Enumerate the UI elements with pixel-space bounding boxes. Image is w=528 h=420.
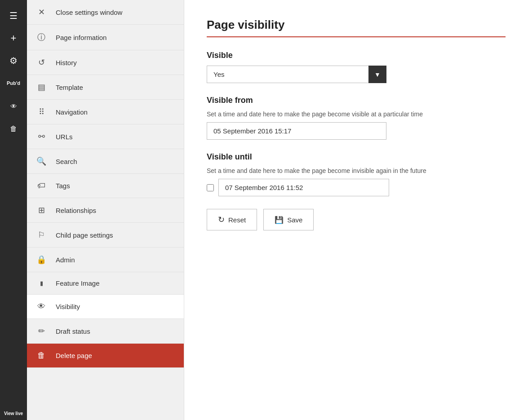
- visible-until-input[interactable]: [218, 179, 389, 196]
- title-divider: [207, 36, 506, 37]
- sidebar-item-feature-image[interactable]: ▮ Feature Image: [27, 272, 184, 295]
- add-button[interactable]: [0, 27, 27, 49]
- visible-select[interactable]: Yes No: [207, 66, 386, 83]
- child-page-icon: ⚐: [36, 230, 47, 240]
- sidebar-item-history[interactable]: ↺ History: [27, 50, 184, 75]
- image-icon: ▮: [36, 280, 47, 287]
- lock-icon: 🔒: [36, 255, 47, 265]
- draft-icon: ✏: [36, 326, 47, 336]
- main-content: Page visibility Visible Yes No ▼ Visible…: [184, 0, 528, 420]
- sidebar-item-navigation[interactable]: ⠿ Navigation: [27, 100, 184, 124]
- visible-from-description: Set a time and date here to make the pag…: [207, 111, 506, 118]
- visible-group: Visible Yes No ▼: [207, 51, 506, 83]
- save-icon: [275, 215, 284, 225]
- relationships-icon: ⊞: [36, 205, 47, 215]
- visible-until-row: [207, 179, 506, 196]
- toolbar: Pub'd View live: [0, 0, 27, 420]
- action-buttons: Reset Save: [207, 209, 506, 230]
- info-icon: ⓘ: [36, 32, 47, 43]
- sidebar: ✕ Close settings window ⓘ Page informati…: [27, 0, 184, 420]
- gear-icon: [9, 55, 18, 66]
- visible-until-group: Visible until Set a time and date here t…: [207, 152, 506, 196]
- close-icon: ✕: [36, 7, 47, 17]
- visible-label: Visible: [207, 51, 506, 60]
- sidebar-item-child-page-settings[interactable]: ⚐ Child page settings: [27, 223, 184, 248]
- delete-icon: 🗑: [36, 351, 47, 360]
- save-button[interactable]: Save: [263, 209, 314, 230]
- visibility-icon: 👁: [36, 302, 47, 311]
- settings-button[interactable]: [0, 49, 27, 72]
- sidebar-item-admin[interactable]: 🔒 Admin: [27, 248, 184, 272]
- sidebar-item-tags[interactable]: 🏷 Tags: [27, 174, 184, 198]
- visible-until-description: Set a time and date here to make the pag…: [207, 167, 506, 174]
- sidebar-item-template[interactable]: ▤ Template: [27, 75, 184, 100]
- visible-until-label: Visible until: [207, 152, 506, 162]
- navigation-icon: ⠿: [36, 107, 47, 117]
- visible-from-group: Visible from Set a time and date here to…: [207, 96, 506, 140]
- sidebar-item-urls[interactable]: ⚯ URLs: [27, 124, 184, 149]
- sidebar-item-page-information[interactable]: ⓘ Page information: [27, 25, 184, 50]
- search-icon: 🔍: [36, 156, 47, 166]
- sidebar-delete-page[interactable]: 🗑 Delete page: [27, 344, 184, 368]
- menu-button[interactable]: [0, 4, 27, 27]
- history-icon: ↺: [36, 57, 47, 67]
- published-label[interactable]: Pub'd: [0, 72, 27, 94]
- sidebar-close-settings[interactable]: ✕ Close settings window: [27, 0, 184, 25]
- sidebar-item-relationships[interactable]: ⊞ Relationships: [27, 198, 184, 223]
- trash-icon: [10, 123, 17, 133]
- reset-icon: [218, 215, 225, 225]
- visible-select-wrapper: Yes No ▼: [207, 66, 386, 83]
- delete-toolbar-button[interactable]: [0, 117, 27, 139]
- url-icon: ⚯: [36, 132, 47, 141]
- visible-from-label: Visible from: [207, 96, 506, 105]
- preview-button[interactable]: [0, 94, 27, 117]
- sidebar-item-search[interactable]: 🔍 Search: [27, 149, 184, 174]
- tag-icon: 🏷: [36, 181, 47, 190]
- sidebar-item-draft-status[interactable]: ✏ Draft status: [27, 319, 184, 344]
- eye-icon: [10, 101, 17, 111]
- sidebar-item-visibility[interactable]: 👁 Visibility: [27, 295, 184, 319]
- visible-from-input[interactable]: [207, 122, 386, 140]
- page-title: Page visibility: [207, 18, 506, 32]
- view-live-button[interactable]: View live: [0, 407, 27, 420]
- reset-button[interactable]: Reset: [207, 209, 257, 230]
- visible-until-checkbox[interactable]: [207, 184, 214, 191]
- template-icon: ▤: [36, 82, 47, 92]
- plus-icon: [11, 32, 17, 44]
- hamburger-icon: [9, 10, 18, 21]
